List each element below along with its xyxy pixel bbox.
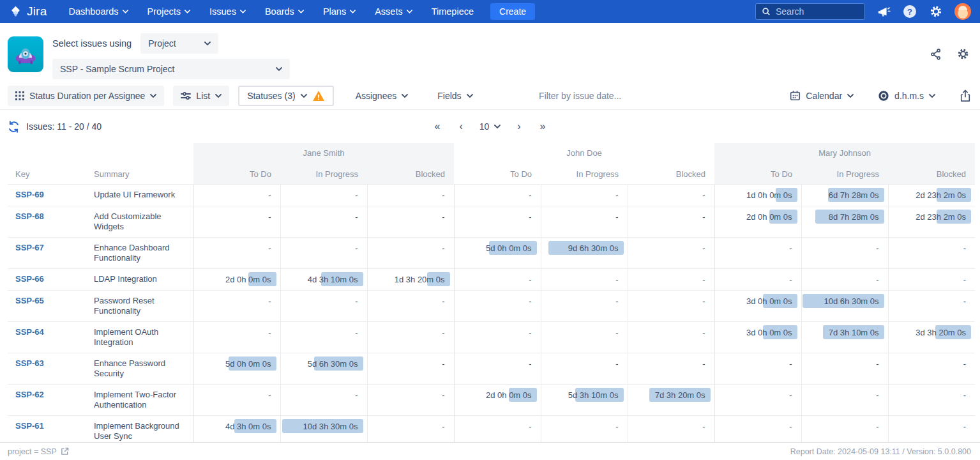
duration-value: - (702, 190, 705, 200)
statuses-filter[interactable]: Statuses (3) (238, 86, 333, 106)
duration-value: - (963, 390, 966, 400)
duration-cell: - (367, 184, 454, 206)
duration-cell: - (454, 415, 541, 442)
duration-value: 10d 3h 30m 0s (303, 422, 358, 431)
issue-key-link[interactable]: SSP-65 (15, 296, 44, 305)
jira-logo[interactable]: Jira (9, 4, 47, 19)
table-row: SSP-62Implement Two-Factor Authenticatio… (8, 384, 975, 415)
previous-page-button[interactable]: ‹ (456, 119, 465, 134)
issue-key-link[interactable]: SSP-67 (15, 243, 44, 252)
duration-cell: - (454, 290, 541, 321)
nav-item-projects[interactable]: Projects (147, 6, 190, 17)
duration-cell: - (454, 206, 541, 237)
fields-filter[interactable]: Fields (430, 86, 480, 106)
issue-key-link[interactable]: SSP-63 (15, 358, 44, 368)
issue-key-link[interactable]: SSP-66 (15, 274, 44, 284)
last-page-button[interactable]: » (538, 119, 548, 134)
duration-value: - (268, 190, 271, 200)
nav-item-boards[interactable]: Boards (265, 6, 304, 17)
view-mode-select[interactable]: List (173, 86, 229, 106)
project-select[interactable]: SSP - Sample Scrum Project (52, 59, 290, 79)
table-row: SSP-63Enhance Password Security5d 0h 0m … (8, 353, 975, 384)
duration-format-select[interactable]: d.h.m.s (870, 86, 943, 106)
settings-gear-icon (956, 47, 970, 61)
assignee-group-header: John Doe (454, 143, 714, 162)
search-box[interactable] (755, 3, 865, 20)
duration-cell: - (801, 415, 888, 442)
user-avatar[interactable] (954, 3, 971, 20)
duration-value: 2d 23h 2m 0s (916, 212, 966, 222)
duration-cell: - (541, 290, 628, 321)
issue-key-link[interactable]: SSP-68 (15, 211, 44, 221)
search-input[interactable] (776, 6, 859, 17)
duration-cell: 6d 7h 28m 0s (801, 184, 888, 206)
first-page-button[interactable]: « (432, 119, 442, 134)
table-row: SSP-69Update UI Framework------1d 0h 0m … (8, 184, 975, 206)
calendar-icon (790, 90, 801, 101)
nav-item-label: Boards (265, 6, 294, 17)
duration-value: 1d 3h 20m 0s (395, 275, 445, 284)
nav-item-plans[interactable]: Plans (323, 6, 356, 17)
assignees-filter[interactable]: Assignees (348, 86, 416, 106)
pagination-row: Issues: 11 - 20 / 40 « ‹ 10 › » (0, 110, 980, 143)
duration-cell: 2d 0h 0m 0s (714, 206, 801, 237)
chevron-down-icon (407, 10, 412, 13)
duration-value: - (963, 243, 966, 253)
duration-cell: - (193, 206, 280, 237)
nav-item-dashboards[interactable]: Dashboards (68, 6, 128, 17)
duration-value: - (702, 328, 705, 337)
table-row: SSP-68Add Customizable Widgets------2d 0… (8, 206, 975, 237)
duration-value: 7d 3h 20m 0s (655, 390, 705, 400)
duration-value: - (876, 359, 878, 369)
duration-cell: 3d 3h 20m 0s (888, 321, 975, 353)
duration-value: - (789, 422, 792, 431)
issue-source-select[interactable]: Project (140, 33, 218, 54)
export-button[interactable] (960, 89, 971, 102)
issue-date-filter[interactable]: Filter by issue date... (539, 91, 621, 101)
announcements-button[interactable] (877, 5, 891, 18)
assignee-group-header: Jane Smith (193, 143, 454, 162)
duration-value: 1d 0h 0m 0s (746, 190, 792, 200)
chevron-down-icon (204, 42, 211, 45)
next-page-button[interactable]: › (515, 119, 523, 134)
duration-value: 8d 7h 28m 0s (829, 212, 879, 222)
chevron-down-icon (467, 94, 473, 98)
duration-cell: - (280, 321, 367, 353)
nav-item-timepiece[interactable]: Timepiece (432, 6, 474, 17)
issue-key-link[interactable]: SSP-62 (15, 390, 44, 399)
megaphone-icon (877, 5, 891, 18)
issue-key-link[interactable]: SSP-69 (15, 190, 44, 199)
external-link-icon (61, 447, 69, 456)
nav-item-issues[interactable]: Issues (209, 6, 246, 17)
report-settings-button[interactable] (956, 47, 970, 61)
duration-cell: - (280, 290, 367, 321)
refresh-button[interactable] (8, 121, 20, 133)
duration-cell: - (454, 268, 541, 290)
sliders-icon (181, 91, 191, 100)
create-button[interactable]: Create (490, 3, 535, 20)
duration-value: - (615, 359, 618, 369)
nav-item-assets[interactable]: Assets (375, 6, 412, 17)
share-button[interactable] (930, 47, 942, 61)
grid-icon (15, 91, 24, 100)
jql-link[interactable]: project = SSP (8, 447, 69, 456)
duration-cell: 5d 0h 0m 0s (454, 237, 541, 268)
help-button[interactable]: ? (902, 4, 917, 19)
duration-cell: - (193, 290, 280, 321)
duration-cell: - (367, 384, 454, 415)
status-column-header: To Do (714, 162, 801, 184)
issue-key-link[interactable]: SSP-61 (15, 421, 44, 431)
calendar-select[interactable]: Calendar (782, 86, 861, 106)
chevron-down-icon (929, 94, 935, 98)
report-type-select[interactable]: Status Duration per Assignee (8, 86, 164, 106)
duration-value: - (268, 243, 271, 253)
issue-key-link[interactable]: SSP-64 (15, 327, 44, 337)
duration-value: - (442, 328, 444, 337)
duration-value: 3d 0h 0m 0s (746, 296, 792, 306)
settings-button[interactable] (929, 4, 943, 19)
duration-value: 3d 0h 0m 0s (746, 328, 792, 337)
page-size-select[interactable]: 10 (479, 121, 501, 132)
duration-value: 2d 0h 0m 0s (486, 390, 532, 400)
duration-cell: - (628, 290, 714, 321)
duration-value: - (963, 359, 966, 369)
